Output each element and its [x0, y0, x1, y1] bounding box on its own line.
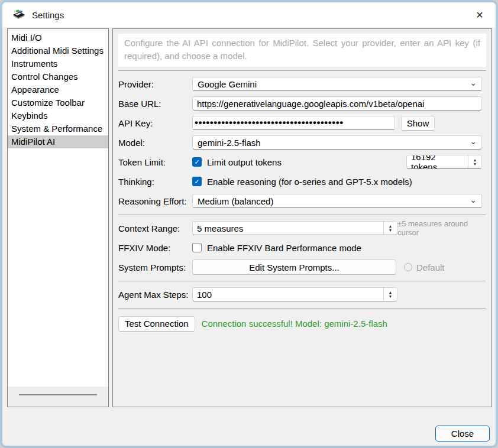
- agent-max-steps-value: 100: [193, 288, 383, 301]
- close-window-icon[interactable]: ✕: [470, 6, 490, 24]
- token-limit-value: 16192 tokens: [407, 155, 468, 168]
- dialog-footer: Close: [2, 407, 496, 441]
- show-api-key-button[interactable]: Show: [401, 116, 435, 131]
- limit-output-tokens-checkbox-label: Limit output tokens: [207, 157, 282, 167]
- system-prompts-label: System Prompts:: [118, 262, 192, 272]
- model-row: Model: gemini-2.5-flash ⌄: [118, 133, 486, 152]
- model-select[interactable]: gemini-2.5-flash ⌄: [192, 135, 482, 150]
- context-range-value: 5 measures: [193, 222, 383, 235]
- limit-output-tokens-checkbox[interactable]: ✓: [192, 157, 202, 167]
- chevron-down-icon: ⌄: [470, 138, 477, 144]
- sidebar-item-keybinds[interactable]: Keybinds: [8, 109, 108, 122]
- sidebar-item-customize-toolbar[interactable]: Customize Toolbar: [8, 96, 108, 109]
- context-range-spinner[interactable]: 5 measures ▲ ▼: [192, 221, 397, 235]
- spinner-buttons[interactable]: ▲ ▼: [383, 288, 397, 301]
- base-url-row: Base URL:: [118, 94, 486, 113]
- token-limit-spinner[interactable]: 16192 tokens ▲ ▼: [406, 155, 482, 169]
- midipilot-ai-panel: Configure the AI API connection for Midi…: [112, 28, 492, 407]
- separator: [118, 281, 486, 281]
- token-limit-row: Token Limit: ✓ Limit output tokens 16192…: [118, 152, 486, 172]
- test-connection-button[interactable]: Test Connection: [118, 316, 195, 332]
- panel-description: Configure the AI API connection for Midi…: [118, 34, 486, 67]
- model-label: Model:: [118, 138, 192, 148]
- thinking-label: Thinking:: [118, 177, 192, 187]
- api-key-label: API Key:: [118, 118, 192, 128]
- separator: [118, 215, 486, 215]
- provider-row: Provider: Google Gemini ⌄: [118, 74, 486, 94]
- app-icon: [12, 9, 26, 21]
- provider-value: Google Gemini: [198, 79, 257, 89]
- ffxiv-mode-checkbox[interactable]: ✓: [192, 243, 202, 252]
- settings-window: Settings ✕ Midi I/O Additional Midi Sett…: [0, 0, 498, 448]
- reasoning-effort-select[interactable]: Medium (balanced) ⌄: [192, 194, 482, 208]
- default-prompts-radio-label: Default: [416, 262, 445, 272]
- close-button[interactable]: Close: [435, 426, 490, 441]
- check-icon: ✓: [194, 178, 199, 185]
- settings-category-list: Midi I/O Additional Midi Settings Instru…: [7, 28, 109, 407]
- chevron-down-icon: ⌄: [470, 80, 477, 86]
- reasoning-effort-row: Reasoning Effort: Medium (balanced) ⌄: [118, 191, 486, 211]
- sidebar-item-appearance[interactable]: Appearance: [8, 83, 108, 96]
- chevron-down-icon: ⌄: [470, 197, 477, 203]
- base-url-label: Base URL:: [118, 99, 192, 109]
- sidebar-item-control-changes[interactable]: Control Changes: [8, 70, 108, 83]
- edit-system-prompts-button[interactable]: Edit System Prompts...: [192, 259, 396, 275]
- thinking-row: Thinking: ✓ Enable reasoning (for o-seri…: [118, 172, 486, 191]
- agent-max-steps-spinner[interactable]: 100 ▲ ▼: [192, 287, 397, 301]
- context-range-label: Context Range:: [118, 223, 192, 233]
- main-content: Midi I/O Additional Midi Settings Instru…: [7, 28, 492, 407]
- enable-reasoning-checkbox-label: Enable reasoning (for o-series and GPT-5…: [207, 177, 412, 187]
- window-title: Settings: [32, 10, 64, 20]
- spin-up-icon[interactable]: ▲: [389, 224, 392, 228]
- ffxiv-mode-row: FFXIV Mode: ✓ Enable FFXIV Bard Performa…: [118, 238, 486, 258]
- spin-up-icon[interactable]: ▲: [389, 290, 392, 294]
- reasoning-effort-label: Reasoning Effort:: [118, 196, 192, 206]
- api-key-input[interactable]: [192, 116, 395, 130]
- spin-down-icon[interactable]: ▼: [389, 228, 392, 232]
- agent-max-steps-label: Agent Max Steps:: [118, 290, 192, 300]
- provider-label: Provider:: [118, 79, 192, 89]
- sidebar-resize-grip[interactable]: [8, 387, 108, 407]
- system-prompts-row: System Prompts: Edit System Prompts... D…: [118, 258, 486, 277]
- enable-reasoning-checkbox[interactable]: ✓: [192, 177, 202, 186]
- ffxiv-mode-label: FFXIV Mode:: [118, 243, 192, 253]
- sidebar-item-system-performance[interactable]: System & Performance: [8, 122, 108, 135]
- api-key-row: API Key: Show: [118, 113, 486, 133]
- sidebar-item-instruments[interactable]: Instruments: [8, 57, 108, 70]
- title-bar: Settings ✕: [2, 2, 496, 27]
- radio-icon: [404, 263, 412, 271]
- agent-max-steps-row: Agent Max Steps: 100 ▲ ▼: [118, 285, 486, 304]
- check-icon: ✓: [194, 159, 199, 165]
- provider-select[interactable]: Google Gemini ⌄: [192, 77, 482, 91]
- base-url-input[interactable]: [192, 96, 482, 111]
- spin-down-icon[interactable]: ▼: [473, 162, 477, 166]
- reasoning-effort-value: Medium (balanced): [198, 196, 273, 206]
- spinner-buttons[interactable]: ▲ ▼: [468, 155, 481, 168]
- context-range-row: Context Range: 5 measures ▲ ▼ ±5 measure…: [118, 219, 486, 238]
- sidebar-item-midi-io[interactable]: Midi I/O: [8, 31, 108, 44]
- test-connection-row: Test Connection Connection successful! M…: [118, 312, 486, 336]
- grip-line: [19, 394, 97, 395]
- spinner-buttons[interactable]: ▲ ▼: [383, 222, 397, 235]
- connection-status-text: Connection successful! Model: gemini-2.5…: [202, 319, 387, 329]
- spin-down-icon[interactable]: ▼: [389, 294, 392, 298]
- separator: [118, 308, 486, 309]
- ffxiv-mode-checkbox-label: Enable FFXIV Bard Performance mode: [207, 243, 361, 253]
- model-value: gemini-2.5-flash: [198, 138, 261, 148]
- default-prompts-radio[interactable]: Default: [404, 262, 445, 272]
- separator: [118, 70, 486, 71]
- sidebar-item-additional-midi-settings[interactable]: Additional Midi Settings: [8, 44, 108, 57]
- sidebar-item-midipilot-ai[interactable]: MidiPilot AI: [8, 135, 108, 148]
- spin-up-icon[interactable]: ▲: [473, 158, 477, 162]
- context-range-hint: ±5 measures around cursor: [397, 219, 486, 237]
- token-limit-label: Token Limit:: [118, 157, 192, 167]
